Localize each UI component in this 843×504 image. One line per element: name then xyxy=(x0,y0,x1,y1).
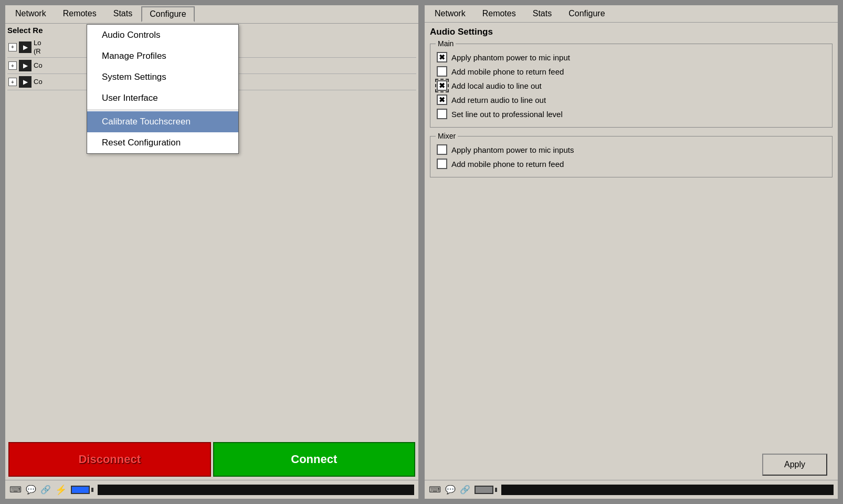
arrow-right-icon: ▶ xyxy=(23,44,28,51)
checkbox-label-mobile-return: Add mobile phone to return feed xyxy=(451,67,564,76)
right-menu-network[interactable]: Network xyxy=(427,6,473,21)
battery-indicator xyxy=(71,486,93,494)
checkbox-row-phantom-mic: ✖ Apply phantom power to mic input xyxy=(437,52,826,62)
link-icon: 🔗 xyxy=(40,485,51,495)
dropdown-manage-profiles[interactable]: Manage Profiles xyxy=(87,46,238,67)
chat-icon: 💬 xyxy=(26,485,36,495)
right-statusbar: ⌨ 💬 🔗 xyxy=(425,480,838,499)
mixer-settings-group: Mixer Apply phantom power to mic inputs … xyxy=(430,136,833,177)
checkbox-mobile-return[interactable] xyxy=(437,66,447,77)
checkbox-label-local-audio: Add local audio to line out xyxy=(451,81,542,90)
checkbox-mixer-mobile[interactable] xyxy=(437,159,447,169)
signal-display xyxy=(98,485,414,495)
right-menu-stats[interactable]: Stats xyxy=(525,6,560,21)
tree-label-3: Co xyxy=(34,78,43,86)
audio-settings-title: Audio Settings xyxy=(425,23,838,39)
keyboard-icon: ⌨ xyxy=(9,485,22,495)
battery-lightning-icon: ⚡ xyxy=(55,484,67,496)
checkbox-label-line-out-pro: Set line out to professional level xyxy=(451,110,563,119)
spacer xyxy=(425,182,838,449)
left-statusbar: ⌨ 💬 🔗 ⚡ xyxy=(5,480,418,499)
dropdown-separator xyxy=(87,110,238,110)
dropdown-calibrate-touchscreen[interactable]: Calibrate Touchscreen xyxy=(87,111,238,132)
connect-button[interactable]: Connect xyxy=(213,442,416,477)
right-link-icon: 🔗 xyxy=(460,485,470,495)
checkbox-row-line-out-pro: Set line out to professional level xyxy=(437,109,826,119)
right-panel: Network Remotes Stats Configure Audio Se… xyxy=(424,4,839,500)
checkbox-mixer-phantom[interactable] xyxy=(437,144,447,155)
battery-body xyxy=(71,486,90,494)
checkbox-label-phantom-mic: Apply phantom power to mic input xyxy=(451,53,570,62)
tree-arrow-1: ▶ xyxy=(19,41,31,53)
right-menu-remotes[interactable]: Remotes xyxy=(475,6,524,21)
left-menu-remotes[interactable]: Remotes xyxy=(55,6,104,22)
right-keyboard-icon: ⌨ xyxy=(429,485,441,495)
tree-sublabel-1: (R xyxy=(34,47,41,55)
mixer-group-legend: Mixer xyxy=(436,132,458,140)
checkbox-row-local-audio: ✖ Add local audio to line out xyxy=(437,80,826,91)
dropdown-reset-configuration[interactable]: Reset Configuration xyxy=(87,132,238,153)
battery-tip xyxy=(91,488,93,492)
main-settings-group: Main ✖ Apply phantom power to mic input … xyxy=(430,44,833,128)
checkbox-row-return-audio: ✖ Add return audio to line out xyxy=(437,94,826,105)
checkbox-label-mixer-phantom: Apply phantom power to mic inputs xyxy=(451,145,574,154)
left-menu-configure[interactable]: Configure xyxy=(141,6,194,22)
main-group-legend: Main xyxy=(436,39,456,48)
tree-expand-3[interactable]: + xyxy=(8,78,17,86)
dropdown-audio-controls[interactable]: Audio Controls xyxy=(87,25,238,46)
bottom-buttons: Disconnect Connect xyxy=(5,439,418,480)
right-chat-icon: 💬 xyxy=(445,485,456,495)
checkbox-row-mobile-return: Add mobile phone to return feed xyxy=(437,66,826,77)
left-panel: Network Remotes Stats Configure Audio Co… xyxy=(4,4,419,500)
left-menu-stats[interactable]: Stats xyxy=(106,6,140,22)
dropdown-user-interface[interactable]: User Interface xyxy=(87,88,238,109)
configure-dropdown: Audio Controls Manage Profiles System Se… xyxy=(87,24,239,154)
left-menubar: Network Remotes Stats Configure xyxy=(5,5,418,24)
tree-label-1: Lo(R xyxy=(34,39,41,55)
tree-expand-2[interactable]: + xyxy=(8,61,17,70)
right-battery-indicator xyxy=(475,486,497,494)
checkbox-phantom-mic[interactable]: ✖ xyxy=(437,52,447,62)
checkbox-label-mixer-mobile: Add mobile phone to return feed xyxy=(451,160,564,169)
apply-button[interactable]: Apply xyxy=(762,454,827,476)
dropdown-system-settings[interactable]: System Settings xyxy=(87,67,238,88)
right-battery-body xyxy=(475,486,493,494)
checkbox-return-audio[interactable]: ✖ xyxy=(437,94,447,105)
right-signal-display xyxy=(501,485,834,495)
checkbox-row-mixer-phantom: Apply phantom power to mic inputs xyxy=(437,144,826,155)
right-menu-configure[interactable]: Configure xyxy=(561,6,613,21)
checkbox-label-return-audio: Add return audio to line out xyxy=(451,96,546,104)
arrow-right-icon-2: ▶ xyxy=(23,62,28,69)
right-battery-tip xyxy=(495,488,497,492)
tree-arrow-2: ▶ xyxy=(19,60,31,71)
left-menu-network[interactable]: Network xyxy=(7,6,54,22)
checkbox-row-mixer-mobile: Add mobile phone to return feed xyxy=(437,159,826,169)
right-menubar: Network Remotes Stats Configure xyxy=(425,5,838,23)
tree-label-2: Co xyxy=(34,61,43,70)
tree-arrow-3: ▶ xyxy=(19,76,31,88)
tree-expand-1[interactable]: + xyxy=(8,43,17,51)
disconnect-button[interactable]: Disconnect xyxy=(8,442,211,477)
checkbox-line-out-pro[interactable] xyxy=(437,109,447,119)
checkbox-local-audio[interactable]: ✖ xyxy=(437,80,447,91)
arrow-right-icon-3: ▶ xyxy=(23,78,28,86)
